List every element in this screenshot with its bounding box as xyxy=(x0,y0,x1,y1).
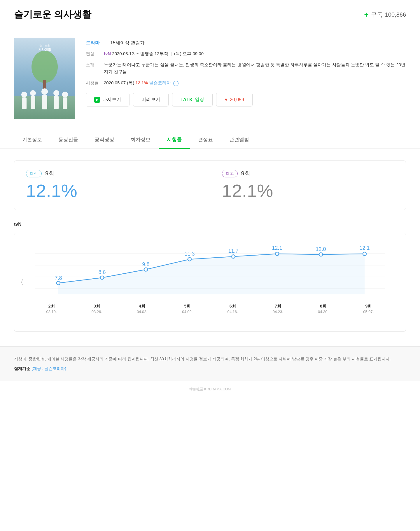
date-9: 05.07. xyxy=(346,310,391,314)
page-header: 슬기로운 의사생활 + 구독 100,866 xyxy=(0,0,420,27)
like-count: 20,059 xyxy=(230,97,244,102)
footer-note-text: 지상파, 종합편성, 케이블 시청률은 각각 제공사의 기준에 따라 집계됩니다… xyxy=(14,355,406,363)
svg-text:8.6: 8.6 xyxy=(98,269,106,275)
ep-6: 6회 xyxy=(210,304,255,309)
svg-text:7.8: 7.8 xyxy=(55,275,62,281)
heart-icon: ♥ xyxy=(225,97,228,102)
date-6: 04.16. xyxy=(210,310,255,314)
ep-5: 5회 xyxy=(165,304,210,309)
chart-x-labels: 2회 03.19. 3회 03.26. 4회 04.02. 5회 04.09. … xyxy=(26,304,394,314)
site-name: 韓劇社區 KRDRAMA.COM xyxy=(189,387,231,391)
latest-episode: 9회 xyxy=(45,170,54,177)
viewership-rate: 12.1% xyxy=(135,80,148,85)
intro-label: 소개 xyxy=(86,61,100,68)
like-button[interactable]: ♥ 20,059 xyxy=(216,93,252,106)
talk-logo: TALK xyxy=(181,97,192,102)
ratings-section: 최신 9회 12.1% 최고 9회 12.1% xyxy=(0,149,420,216)
svg-text:12.1: 12.1 xyxy=(272,245,282,251)
aggregate-label: 집계기준 xyxy=(14,366,30,371)
chart-section: tvN 〈 xyxy=(0,216,420,340)
genre-label: 드라마 xyxy=(86,40,100,46)
x-label-4: 4회 04.02. xyxy=(120,304,165,314)
aggregate-row: 집계기준 (제공 : 닐슨코리아) xyxy=(14,365,406,372)
rating-limit: 15세이상 관람가 xyxy=(110,40,145,46)
broadcast-row: 편성 tvN 2020.03.12. ~ 방영중 12부작 | (목) 오후 0… xyxy=(86,50,406,57)
broadcast-info: tvN 2020.03.12. ~ 방영중 12부작 | (목) 오후 09:0… xyxy=(104,50,204,57)
intro-text: 누군가는 태어나고 누군가는 삶을 끝내는, 인생의 축소판이라 불리는 병원에… xyxy=(104,61,406,75)
date-2: 03.19. xyxy=(29,310,74,314)
aggregate-provider-link[interactable]: (제공 : 닐슨코리아) xyxy=(32,366,66,371)
broadcast-day: (목) 오후 09:00 xyxy=(174,51,204,56)
replay-label: 다시보기 xyxy=(102,97,121,103)
viewership-provider: 닐슨코리아 xyxy=(149,80,171,85)
ep-2: 2회 xyxy=(29,304,74,309)
site-footer: 韓劇社區 KRDRAMA.COM xyxy=(0,381,420,398)
info-icon[interactable]: i xyxy=(173,81,178,86)
preview-button[interactable]: 미리보기 xyxy=(133,93,169,106)
ratings-cards: 최신 9회 12.1% 최고 9회 12.1% xyxy=(14,160,406,210)
tab-video[interactable]: 공식영상 xyxy=(86,131,123,149)
tab-episodes[interactable]: 회차정보 xyxy=(123,131,159,149)
line-chart: 7.8 8.6 9.8 11.3 11.7 12.1 12.0 12.1 xyxy=(26,242,394,300)
svg-text:11.3: 11.3 xyxy=(184,251,195,257)
latest-rating-value: 12.1% xyxy=(26,180,77,201)
subscribe-label: 구독 xyxy=(371,11,383,19)
drama-title: 슬기로운 의사생활 xyxy=(14,8,91,21)
talk-button[interactable]: TALK 입장 xyxy=(172,93,213,106)
date-4: 04.02. xyxy=(120,310,165,314)
viewership-row: 시청률 2020.05.07.(목) 12.1% 닐슨코리아 i xyxy=(86,79,406,86)
tab-schedule[interactable]: 편성표 xyxy=(190,131,221,149)
intro-row: 소개 누군가는 태어나고 누군가는 삶을 끝내는, 인생의 축소판이라 불리는 … xyxy=(86,61,406,75)
broadcast-separator: | xyxy=(169,51,174,56)
tab-album[interactable]: 관련앨범 xyxy=(221,131,257,149)
ep-7: 7회 xyxy=(255,304,300,309)
svg-text:의사생활: 의사생활 xyxy=(38,48,51,51)
svg-rect-5 xyxy=(22,97,27,109)
svg-rect-2 xyxy=(43,80,46,89)
x-label-9: 9회 05.07. xyxy=(346,304,391,314)
svg-text:12.1: 12.1 xyxy=(359,245,370,251)
svg-point-10 xyxy=(53,90,59,96)
highest-episode: 9회 xyxy=(241,170,250,177)
date-3: 03.26. xyxy=(74,310,119,314)
drama-poster: 슬기로운 의사생활 xyxy=(14,38,75,119)
tvn-label: tvN xyxy=(104,51,111,56)
tab-basic[interactable]: 기본정보 xyxy=(14,131,50,149)
svg-text:12.0: 12.0 xyxy=(316,246,326,252)
latest-badge: 최신 xyxy=(26,170,42,177)
viewership-date: 2020.05.07.(목) xyxy=(104,80,134,85)
date-7: 04.23. xyxy=(255,310,300,314)
tab-cast[interactable]: 등장인물 xyxy=(50,131,86,149)
svg-rect-11 xyxy=(54,96,59,109)
rating-card-latest: 최신 9회 12.1% xyxy=(14,161,210,210)
plus-icon: + xyxy=(364,10,369,19)
x-label-5: 5회 04.09. xyxy=(165,304,210,314)
drama-details: 드라마 | 15세이상 관람가 편성 tvN 2020.03.12. ~ 방영중… xyxy=(86,38,406,119)
ep-9: 9회 xyxy=(346,304,391,309)
ep-3: 3회 xyxy=(74,304,119,309)
tab-viewership[interactable]: 시청률 xyxy=(159,131,190,149)
drama-info-section: 슬기로운 의사생활 드라마 | 15세이상 관람가 편성 tvN 2020.03… xyxy=(0,27,420,128)
x-label-7: 7회 04.23. xyxy=(255,304,300,314)
svg-rect-9 xyxy=(42,95,47,109)
viewership-info: 2020.05.07.(목) 12.1% 닐슨코리아 i xyxy=(104,79,178,86)
action-buttons-row: 다시보기 미리보기 TALK 입장 ♥ 20,059 xyxy=(86,93,406,106)
date-8: 04.30. xyxy=(301,310,346,314)
chart-prev-button[interactable]: 〈 xyxy=(17,278,24,287)
highest-rating-value: 12.1% xyxy=(222,180,273,201)
x-label-8: 8회 04.30. xyxy=(301,304,346,314)
svg-rect-7 xyxy=(31,96,35,109)
ep-8: 8회 xyxy=(301,304,346,309)
svg-point-6 xyxy=(30,90,36,96)
date-5: 04.09. xyxy=(165,310,210,314)
svg-text:9.8: 9.8 xyxy=(142,261,149,267)
x-label-6: 6회 04.16. xyxy=(210,304,255,314)
svg-point-12 xyxy=(62,92,68,97)
preview-label: 미리보기 xyxy=(141,97,160,103)
x-label-2: 2회 03.19. xyxy=(29,304,74,314)
replay-button[interactable]: 다시보기 xyxy=(86,93,130,106)
rating-card-highest: 최고 9회 12.1% xyxy=(210,161,406,210)
subscribe-button[interactable]: + 구독 100,866 xyxy=(364,10,406,19)
broadcast-dates: 2020.03.12. ~ 방영중 12부작 xyxy=(112,51,168,56)
chart-network-title: tvN xyxy=(14,222,406,227)
